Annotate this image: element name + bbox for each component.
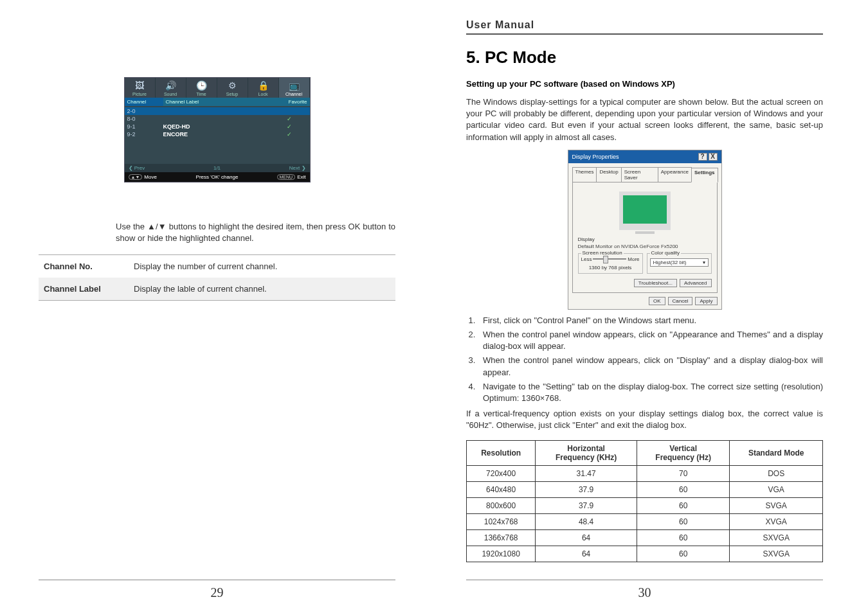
def-val: Display the lable of current channel. bbox=[129, 278, 395, 301]
table-row: Channel Label Display the lable of curre… bbox=[39, 278, 395, 301]
osd-screenshot: 🖼Picture 🔊Sound 🕒Time ⚙Setup 🔒Lock 📺Chan… bbox=[124, 77, 311, 182]
dialog-titlebar: Display Properties ? X bbox=[568, 150, 721, 163]
osd-footer: ▲▼Move Press 'OK' change MENUExit bbox=[125, 172, 310, 182]
troubleshoot-button: Troubleshoot... bbox=[634, 279, 677, 287]
page-number: 30 bbox=[466, 580, 823, 600]
list-item: When the control panel window appears, c… bbox=[478, 329, 823, 352]
osd-row: 9-1KQED-HD✓ bbox=[125, 123, 310, 130]
page-number: 29 bbox=[39, 580, 395, 600]
advanced-button: Advanced bbox=[680, 279, 712, 287]
th-mode: Standard Mode bbox=[730, 441, 823, 466]
osd-next: Next ❯ bbox=[289, 165, 306, 171]
sr-legend: Screen resolution bbox=[581, 250, 624, 256]
table-row: Channel No. Display the number of curren… bbox=[39, 255, 395, 278]
dialog-tabs: Themes Desktop Screen Saver Appearance S… bbox=[572, 167, 718, 182]
resolution-slider: Less More bbox=[581, 256, 640, 262]
tab-desktop: Desktop bbox=[596, 167, 621, 182]
dialog-title: Display Properties bbox=[572, 154, 619, 160]
def-key: Channel No. bbox=[39, 255, 129, 278]
table-row: 1920x10806460SXVGA bbox=[467, 546, 823, 562]
osd-column-header: Channel Channel Label Favorite bbox=[125, 98, 310, 106]
display-label: Display bbox=[578, 236, 712, 242]
setup-icon: ⚙ bbox=[217, 79, 248, 92]
osd-tab-picture: 🖼Picture bbox=[125, 78, 156, 98]
osd-row: 8-0✓ bbox=[125, 115, 310, 123]
table-row: 1024x76848.460XVGA bbox=[467, 514, 823, 530]
cq-legend: Color quality bbox=[650, 250, 681, 256]
section-heading: User Manual bbox=[466, 19, 823, 35]
tab-screensaver: Screen Saver bbox=[621, 167, 658, 182]
list-item: Navigate to the "Setting" tab on the dis… bbox=[478, 381, 823, 404]
instruction-text: Use the ▲/▼ buttons to highlight the des… bbox=[39, 221, 395, 244]
osd-prev: ❮ Prev bbox=[129, 165, 145, 171]
osd-tab-setup: ⚙Setup bbox=[217, 78, 248, 98]
osd-tab-time: 🕒Time bbox=[186, 78, 217, 98]
close-icon: X bbox=[709, 153, 718, 161]
cancel-button: Cancel bbox=[668, 297, 693, 305]
picture-icon: 🖼 bbox=[125, 79, 155, 92]
th-horizontal: HorizontalFrequency (KHz) bbox=[536, 441, 637, 466]
osd-ok-hint: Press 'OK' change bbox=[180, 174, 255, 180]
table-row: 800x60037.960SVGA bbox=[467, 498, 823, 514]
osd-header-favorite: Favorite bbox=[271, 98, 310, 106]
osd-header-channel: Channel bbox=[125, 98, 163, 106]
monitor-preview-icon bbox=[619, 191, 671, 230]
tab-appearance: Appearance bbox=[658, 167, 692, 182]
osd-body: 2-0 8-0✓ 9-1KQED-HD✓ 9-2ENCORE✓ bbox=[125, 106, 310, 164]
osd-tab-sound: 🔊Sound bbox=[156, 78, 186, 98]
list-item: When the control panel window appears, c… bbox=[478, 355, 823, 378]
osd-tab-bar: 🖼Picture 🔊Sound 🕒Time ⚙Setup 🔒Lock 📺Chan… bbox=[125, 78, 310, 98]
intro-paragraph: The Windows display-settings for a typic… bbox=[466, 96, 823, 143]
osd-header-label: Channel Label bbox=[163, 98, 271, 106]
apply-button: Apply bbox=[695, 297, 717, 305]
display-properties-dialog: Display Properties ? X Themes Desktop Sc… bbox=[568, 150, 722, 310]
table-row: 1366x7686460SXVGA bbox=[467, 530, 823, 546]
tab-settings: Settings bbox=[691, 168, 718, 182]
help-icon: ? bbox=[698, 153, 707, 161]
page-right: User Manual 5. PC Mode Setting up your P… bbox=[434, 0, 868, 613]
post-steps-text: If a vertical-frequency option exists on… bbox=[466, 408, 823, 431]
ok-button: OK bbox=[649, 297, 665, 305]
steps-list: First, click on "Control Panel" on the W… bbox=[478, 315, 823, 404]
slider-track-icon bbox=[593, 258, 626, 260]
page-left: 🖼Picture 🔊Sound 🕒Time ⚙Setup 🔒Lock 📺Chan… bbox=[0, 0, 434, 613]
resolution-value: 1360 by 768 pixels bbox=[581, 265, 640, 271]
osd-tab-lock: 🔒Lock bbox=[248, 78, 279, 98]
osd-row: 9-2ENCORE✓ bbox=[125, 130, 310, 138]
chevron-down-icon: ▾ bbox=[703, 260, 705, 265]
definition-table: Channel No. Display the number of curren… bbox=[39, 254, 395, 301]
updown-icon: ▲▼ bbox=[129, 174, 143, 180]
th-resolution: Resolution bbox=[467, 441, 536, 466]
display-value: Default Monitor on NVIDIA GeForce Fx5200 bbox=[578, 244, 712, 249]
page-subtitle: Setting up your PC software (based on Wi… bbox=[466, 79, 823, 89]
color-quality-select: Highest(32 bit) ▾ bbox=[650, 258, 709, 267]
table-row: 640x48037.960VGA bbox=[467, 482, 823, 498]
dialog-pane: Display Default Monitor on NVIDIA GeForc… bbox=[572, 182, 718, 293]
osd-page-indicator: 1/1 bbox=[213, 165, 221, 171]
def-val: Display the number of current channel. bbox=[129, 255, 395, 278]
sound-icon: 🔊 bbox=[156, 79, 186, 92]
screen-resolution-group: Screen resolution Less More 1360 by 768 … bbox=[578, 253, 643, 274]
osd-tab-channel: 📺Channel bbox=[279, 78, 310, 98]
table-row: 720x40031.4770DOS bbox=[467, 466, 823, 482]
resolution-table: Resolution HorizontalFrequency (KHz) Ver… bbox=[466, 440, 823, 562]
th-vertical: VerticalFrequency (Hz) bbox=[637, 441, 730, 466]
color-quality-group: Color quality Highest(32 bit) ▾ bbox=[647, 253, 712, 274]
osd-row: 2-0 bbox=[125, 107, 310, 115]
lock-icon: 🔒 bbox=[248, 79, 278, 92]
def-key: Channel Label bbox=[39, 278, 129, 301]
tab-themes: Themes bbox=[572, 167, 597, 182]
table-header-row: Resolution HorizontalFrequency (KHz) Ver… bbox=[467, 441, 823, 466]
menu-badge: MENU bbox=[277, 174, 296, 180]
time-icon: 🕒 bbox=[186, 79, 217, 92]
list-item: First, click on "Control Panel" on the W… bbox=[478, 315, 823, 326]
channel-icon: 📺 bbox=[279, 79, 309, 92]
osd-pager: ❮ Prev 1/1 Next ❯ bbox=[125, 164, 310, 172]
page-title: 5. PC Mode bbox=[466, 48, 823, 67]
